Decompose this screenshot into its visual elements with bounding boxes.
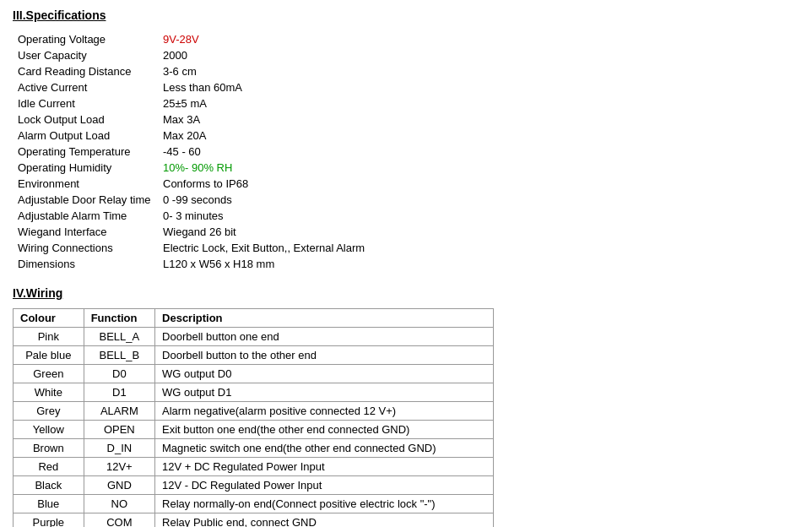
wiring-description: WG output D0 [155, 365, 494, 383]
wiring-row: PinkBELL_ADoorbell button one end [14, 328, 494, 346]
wiring-row: GreyALARMAlarm negative(alarm positive c… [14, 402, 494, 421]
spec-label: Wiegand Interface [14, 225, 158, 239]
spec-label: Lock Output Load [14, 112, 158, 127]
spec-label: Card Reading Distance [14, 64, 158, 79]
spec-row: Operating Humidity10%- 90% RH [14, 160, 798, 175]
spec-value: 2000 [160, 48, 798, 62]
spec-label: Operating Temperature [14, 144, 158, 159]
wiring-function: D1 [84, 383, 154, 402]
wiring-description: Doorbell button one end [155, 328, 494, 346]
spec-value: L120 x W56 x H18 mm [160, 257, 798, 271]
spec-value: 3-6 cm [160, 64, 798, 79]
wiring-row: PurpleCOMRelay Public end, connect GND [14, 513, 494, 528]
wiring-header-row: Colour Function Description [14, 309, 494, 328]
spec-value: Wiegand 26 bit [160, 225, 798, 239]
spec-row: Alarm Output LoadMax 20A [14, 128, 798, 143]
wiring-function: ALARM [84, 402, 154, 421]
wiring-description: Doorbell button to the other end [155, 346, 494, 365]
wiring-function: NO [84, 495, 154, 513]
section3-title: III.Specifications [13, 8, 799, 22]
wiring-function: 12V+ [84, 458, 154, 476]
spec-row: User Capacity2000 [14, 48, 798, 62]
wiring-colour: Red [14, 458, 84, 476]
wiring-colour: Black [14, 476, 84, 495]
wiring-colour: Yellow [14, 421, 84, 439]
spec-row: DimensionsL120 x W56 x H18 mm [14, 257, 798, 271]
wiring-row: GreenD0WG output D0 [14, 365, 494, 383]
spec-value: 0- 3 minutes [160, 209, 798, 223]
spec-row: Operating Temperature-45 - 60 [14, 144, 798, 159]
wiring-function: BELL_B [84, 346, 154, 365]
spec-label: Alarm Output Load [14, 128, 158, 143]
spec-label: Environment [14, 177, 158, 191]
wiring-row: Red12V+12V + DC Regulated Power Input [14, 458, 494, 476]
wiring-colour: White [14, 383, 84, 402]
spec-row: Active CurrentLess than 60mA [14, 80, 798, 95]
wiring-colour: Blue [14, 495, 84, 513]
wiring-description: Magnetic switch one end(the other end co… [155, 439, 494, 458]
spec-label: Operating Humidity [14, 160, 158, 175]
wiring-colour: Green [14, 365, 84, 383]
spec-row: Adjustable Alarm Time0- 3 minutes [14, 209, 798, 223]
spec-value: Max 20A [160, 128, 798, 143]
spec-value: 25±5 mA [160, 96, 798, 111]
spec-row: Wiring ConnectionsElectric Lock, Exit Bu… [14, 241, 798, 255]
wiring-colour: Pink [14, 328, 84, 346]
wiring-row: WhiteD1WG output D1 [14, 383, 494, 402]
spec-label: Wiring Connections [14, 241, 158, 255]
section4-title: IV.Wiring [13, 286, 799, 300]
wiring-colour: Pale blue [14, 346, 84, 365]
spec-row: Adjustable Door Relay time0 -99 seconds [14, 193, 798, 207]
specs-table: Operating Voltage9V-28VUser Capacity2000… [13, 30, 799, 273]
spec-label: Adjustable Alarm Time [14, 209, 158, 223]
spec-value: 9V-28V [160, 32, 798, 46]
spec-value: -45 - 60 [160, 144, 798, 159]
spec-row: Lock Output LoadMax 3A [14, 112, 798, 127]
wiring-description: Relay normally-on end(Connect positive e… [155, 495, 494, 513]
spec-row: Card Reading Distance3-6 cm [14, 64, 798, 79]
wiring-function: COM [84, 513, 154, 528]
wiring-description: Alarm negative(alarm positive connected … [155, 402, 494, 421]
wiring-colour: Purple [14, 513, 84, 528]
col-description: Description [155, 309, 494, 328]
wiring-description: Relay Public end, connect GND [155, 513, 494, 528]
wiring-function: D0 [84, 365, 154, 383]
wiring-row: BlackGND12V - DC Regulated Power Input [14, 476, 494, 495]
wiring-row: YellowOPENExit button one end(the other … [14, 421, 494, 439]
wiring-function: BELL_A [84, 328, 154, 346]
spec-row: Idle Current25±5 mA [14, 96, 798, 111]
wiring-row: BrownD_INMagnetic switch one end(the oth… [14, 439, 494, 458]
spec-value: 10%- 90% RH [160, 160, 798, 175]
wiring-row: BlueNORelay normally-on end(Connect posi… [14, 495, 494, 513]
spec-row: Wiegand InterfaceWiegand 26 bit [14, 225, 798, 239]
spec-row: Operating Voltage9V-28V [14, 32, 798, 46]
wiring-table: Colour Function Description PinkBELL_ADo… [13, 308, 494, 527]
wiring-function: GND [84, 476, 154, 495]
spec-label: Operating Voltage [14, 32, 158, 46]
spec-label: Dimensions [14, 257, 158, 271]
wiring-description: WG output D1 [155, 383, 494, 402]
wiring-colour: Brown [14, 439, 84, 458]
wiring-row: Pale blueBELL_BDoorbell button to the ot… [14, 346, 494, 365]
wiring-description: 12V - DC Regulated Power Input [155, 476, 494, 495]
spec-value: Less than 60mA [160, 80, 798, 95]
wiring-description: Exit button one end(the other end connec… [155, 421, 494, 439]
spec-row: EnvironmentConforms to IP68 [14, 177, 798, 191]
wiring-colour: Grey [14, 402, 84, 421]
col-colour: Colour [14, 309, 84, 328]
spec-value: Conforms to IP68 [160, 177, 798, 191]
spec-label: Active Current [14, 80, 158, 95]
wiring-description: 12V + DC Regulated Power Input [155, 458, 494, 476]
spec-value: Max 3A [160, 112, 798, 127]
wiring-function: OPEN [84, 421, 154, 439]
spec-label: Adjustable Door Relay time [14, 193, 158, 207]
spec-value: 0 -99 seconds [160, 193, 798, 207]
spec-value: Electric Lock, Exit Button,, External Al… [160, 241, 798, 255]
wiring-function: D_IN [84, 439, 154, 458]
spec-label: User Capacity [14, 48, 158, 62]
col-function: Function [84, 309, 154, 328]
spec-label: Idle Current [14, 96, 158, 111]
